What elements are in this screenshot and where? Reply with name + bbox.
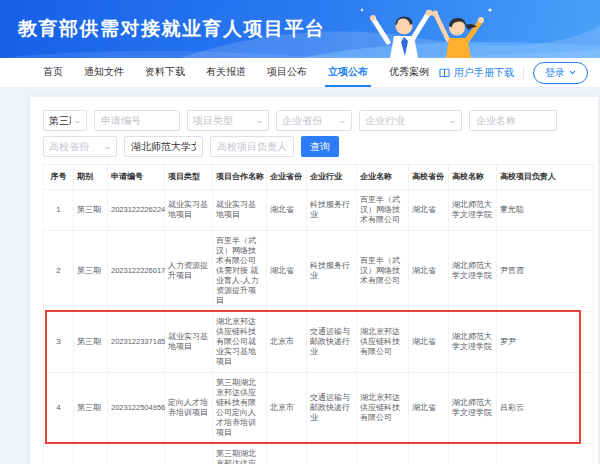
- column-header: 高校省份: [409, 165, 449, 190]
- column-header: 项目合作名称: [213, 165, 267, 190]
- nav-item-reports[interactable]: 有关报道: [203, 58, 249, 87]
- table-cell: 湖北京邦达供应链科技有限公司就业实习基地项目: [213, 312, 267, 373]
- period-select-value: 第三期: [49, 114, 71, 128]
- table-cell: 5: [44, 444, 74, 464]
- table-cell: 交通运输与邮政快递行业: [307, 373, 357, 444]
- book-icon: [439, 68, 450, 78]
- table-cell: 湖北京邦达供应链科技有限公司: [357, 373, 409, 444]
- login-label: 登录: [545, 66, 565, 80]
- chevron-down-icon: ⌄: [103, 142, 112, 151]
- company-province-select[interactable]: 企业省份⌄: [276, 110, 352, 131]
- nav-right: 用户手册下载 登录: [439, 58, 588, 87]
- filter-row-2: 高校省份⌄查询: [43, 136, 594, 157]
- nav-item-project-announcement[interactable]: 项目公布: [264, 58, 310, 87]
- company-industry-select-value: 企业行业: [365, 114, 446, 128]
- university-province-select-value: 高校省份: [49, 140, 101, 154]
- table-cell: 湖北省: [267, 190, 307, 231]
- main-nav: 首页通知文件资料下载有关报道项目公布立项公布优秀案例 用户手册下载 登录: [0, 58, 600, 88]
- table-cell: 就业实习基地项目: [165, 312, 213, 373]
- nav-item-notice-files[interactable]: 通知文件: [81, 58, 127, 87]
- period-select[interactable]: 第三期⌄: [43, 110, 87, 131]
- nav-item-approval-announcement[interactable]: 立项公布: [325, 58, 371, 87]
- table-cell: 2023122250083: [108, 444, 165, 464]
- column-header: 高校名称: [449, 165, 497, 190]
- table-wrap: 序号期别申请编号项目类型项目合作名称企业省份企业行业企业名称高校省份高校名称高校…: [43, 164, 594, 464]
- table-cell: 1: [44, 190, 74, 231]
- table-cell: 科技服务行业: [307, 190, 357, 231]
- nav-items: 首页通知文件资料下载有关报道项目公布立项公布优秀案例: [40, 58, 432, 87]
- project-leader-input[interactable]: [210, 136, 294, 157]
- table-cell: 2: [44, 231, 74, 312]
- table-cell: 2023122337185: [108, 312, 165, 373]
- table-row: 5第三期2023122250083重点群体就业帮扶项目第三期湖北京邦达供应链科技…: [44, 444, 594, 464]
- table-cell: 湖北省: [409, 312, 449, 373]
- table-cell: 交通运输与邮政快递行业: [307, 312, 357, 373]
- university-province-select[interactable]: 高校省份⌄: [43, 136, 117, 157]
- nav-item-home[interactable]: 首页: [40, 58, 66, 87]
- table-cell: 3: [44, 312, 74, 373]
- table-cell: 科技服务行业: [307, 231, 357, 312]
- table-cell: 湖北师范大学文理学院: [449, 190, 497, 231]
- login-button[interactable]: 登录: [533, 62, 588, 84]
- company-name-input[interactable]: [469, 110, 557, 131]
- table-cell: 湖北省: [267, 231, 307, 312]
- company-industry-select[interactable]: 企业行业⌄: [359, 110, 462, 131]
- table-cell: 百里半（武汉）网络技术有限公司供需对接 就业育人-人力资源提升项目: [213, 231, 267, 312]
- table-row: 2第三期2023122226017人力资源提升项目百里半（武汉）网络技术有限公司…: [44, 231, 594, 312]
- search-button[interactable]: 查询: [301, 136, 339, 157]
- table-cell: 湖北省: [409, 190, 449, 231]
- table-cell: 湖北师范大学文理学院: [449, 373, 497, 444]
- chevron-down-icon: [569, 70, 576, 75]
- table-row: 3第三期2023122337185就业实习基地项目湖北京邦达供应链科技有限公司就…: [44, 312, 594, 373]
- table-cell: 湖北京邦达供应链科技有限公司: [357, 312, 409, 373]
- table-cell: 尹晋霞: [497, 231, 594, 312]
- table-cell: 4: [44, 373, 74, 444]
- table-cell: 湖北省: [409, 373, 449, 444]
- table-cell: 重点群体就业帮扶项目: [165, 444, 213, 464]
- table-cell: 北京市: [267, 444, 307, 464]
- table-cell: 就业实习基地项目: [165, 190, 213, 231]
- table-row: 4第三期2023122504956定向人才培养培训项目第三期湖北京邦达供应链科技…: [44, 373, 594, 444]
- table-cell: 第三期: [74, 444, 108, 464]
- project-type-select-value: 项目类型: [193, 114, 253, 128]
- column-header: 企业名称: [357, 165, 409, 190]
- table-cell: 童光聪: [497, 190, 594, 231]
- table-cell: 北京市: [267, 312, 307, 373]
- table-cell: 百里半（武汉）网络技术有限公司: [357, 231, 409, 312]
- table-cell: 湖北省: [409, 444, 449, 464]
- table-cell: 北京市: [267, 373, 307, 444]
- nav-item-excellent-cases[interactable]: 优秀案例: [386, 58, 432, 87]
- table-cell: 2023122504956: [108, 373, 165, 444]
- results-card: 第三期⌄项目类型⌄企业省份⌄企业行业⌄ 高校省份⌄查询 序号期别申请编号项目类型…: [30, 97, 598, 464]
- filter-row-1: 第三期⌄项目类型⌄企业省份⌄企业行业⌄: [43, 110, 594, 131]
- table-cell: 湖北师范大学文理学院: [449, 444, 497, 464]
- university-name-input[interactable]: [124, 136, 203, 157]
- table-cell: 人力资源提升项目: [165, 231, 213, 312]
- table-cell: 甘伟: [497, 444, 594, 464]
- table-cell: 第三期: [74, 231, 108, 312]
- user-manual-label: 用户手册下载: [454, 66, 514, 80]
- application-no-input[interactable]: [94, 110, 180, 131]
- table-cell: 定向人才培养培训项目: [165, 373, 213, 444]
- table-cell: 2023122226017: [108, 231, 165, 312]
- chevron-down-icon: ⌄: [338, 116, 347, 125]
- project-type-select[interactable]: 项目类型⌄: [187, 110, 269, 131]
- page-title: 教育部供需对接就业育人项目平台: [18, 16, 326, 42]
- app-header: 教育部供需对接就业育人项目平台: [0, 0, 600, 58]
- table-cell: 就业实习基地项目: [213, 190, 267, 231]
- nav-divider: [523, 66, 524, 79]
- table-cell: 2023122226224: [108, 190, 165, 231]
- column-header: 期别: [74, 165, 108, 190]
- nav-item-downloads[interactable]: 资料下载: [142, 58, 188, 87]
- table-cell: 湖北师范大学文理学院: [449, 231, 497, 312]
- high-five-illustration: [352, 0, 512, 58]
- table-cell: 湖北京邦达供应链科技有限公司: [357, 444, 409, 464]
- table-cell: 第三期: [74, 312, 108, 373]
- user-manual-download-link[interactable]: 用户手册下载: [439, 66, 514, 80]
- table-cell: 湖北师范大学文理学院: [449, 312, 497, 373]
- table-cell: 交通运输与邮政快递行业: [307, 444, 357, 464]
- column-header: 高校项目负责人: [497, 165, 594, 190]
- table-row: 1第三期2023122226224就业实习基地项目就业实习基地项目湖北省科技服务…: [44, 190, 594, 231]
- results-table: 序号期别申请编号项目类型项目合作名称企业省份企业行业企业名称高校省份高校名称高校…: [43, 164, 594, 464]
- column-header: 申请编号: [108, 165, 165, 190]
